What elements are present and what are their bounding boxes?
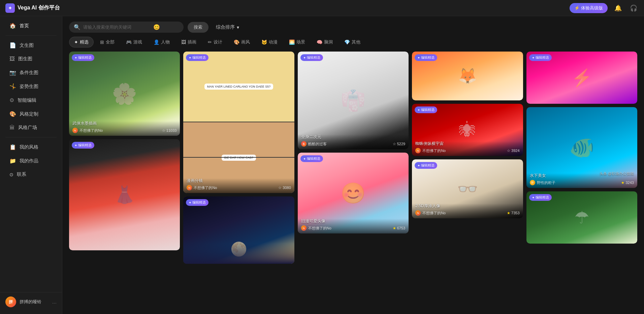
star-icon-oldmanga: ★ <box>393 226 396 230</box>
sidebar-item-cond2img[interactable]: 📷 条件生图 <box>3 66 59 79</box>
item-stars-comic: ☆ 3080 <box>278 186 291 190</box>
author-avatar-comic: N <box>187 185 192 190</box>
star-icon-spiderman: ☆ <box>507 149 510 153</box>
filter-tab-art-style[interactable]: 🎨 画风 <box>229 37 255 48</box>
sidebar-item-style-plaza[interactable]: 🏛 风格广场 <box>3 121 59 134</box>
sidebar-item-home-label: 首页 <box>20 23 29 29</box>
search-input[interactable] <box>83 25 151 30</box>
author-avatar-spiderman: N <box>415 148 421 153</box>
gallery-item-comic[interactable]: MAN YAER LINED CARLANO YON DAEE S5? BIE … <box>183 52 294 193</box>
gallery-item-fox[interactable]: 🦊 ✦ 编辑精选 <box>412 52 523 100</box>
brain-icon: 🧠 <box>317 39 322 45</box>
filter-tab-anime[interactable]: 🐱 动漫 <box>256 37 283 48</box>
sidebar-item-style-custom[interactable]: 🎨 风格定制 <box>3 107 59 121</box>
sidebar-item-my-works[interactable]: 📁 我的作品 <box>3 154 59 167</box>
editor-badge-icon-castle: ✦ <box>189 201 191 205</box>
emoji-icon: 😊 <box>153 24 160 30</box>
item-stars-25d: ★ 7353 <box>507 211 519 215</box>
gallery-item-wuxia[interactable]: 🌸 ✦ 编辑精选 N 不想佛了的No ☆ 11033 武侠水墨插画 <box>69 52 180 136</box>
sidebar-item-img2img-label: 图生图 <box>18 56 32 62</box>
editor-badge-spiderman: ✦ 编辑精选 <box>415 106 437 113</box>
sidebar-item-style-plaza-label: 风格广场 <box>18 125 37 131</box>
header: ✦ Vega AI 创作平台 ⚡ 体验高级版 🔔 🎧 <box>0 0 644 16</box>
author-avatar-wuxia: N <box>72 128 78 133</box>
item-author-comic: N 不想佛了的No <box>187 185 217 190</box>
notification-button[interactable]: 🔔 <box>613 3 623 13</box>
editor-badge-icon-pink-energy: ✦ <box>532 56 535 60</box>
item-author-underwater: 野 野性的柜子 <box>530 180 555 185</box>
art-style-icon: 🎨 <box>234 39 239 45</box>
sidebar-item-cond2img-label: 条件生图 <box>20 70 38 76</box>
filter-tab-design[interactable]: ✏ 设计 <box>203 37 227 48</box>
style-custom-icon: 🎨 <box>9 111 16 117</box>
item-author-25d: N 不想佛了的No <box>415 210 446 216</box>
filter-tabs: ✦ 精选 ⊞ 全部 🎮 游戏 👤 人物 🖼 插画 ✏ 设计 🎨 画风 🐱 <box>62 37 644 52</box>
search-icon: 🔍 <box>74 24 80 30</box>
user-more-button[interactable]: ... <box>52 299 57 305</box>
star-icon-underwater: ★ <box>621 181 624 185</box>
gallery-item-25d[interactable]: 👓 ✦ 编辑精选 N 不想佛了的No ★ 7353 2.5D厚涂人像 <box>412 159 523 218</box>
filter-tab-game[interactable]: 🎮 游戏 <box>121 37 147 48</box>
search-button[interactable]: 搜索 <box>188 22 208 33</box>
editor-badge-label: 编辑精选 <box>78 55 92 60</box>
star-icon-25d: ★ <box>507 211 510 215</box>
filter-tab-selected[interactable]: ✦ 精选 <box>69 37 94 48</box>
filter-tab-all[interactable]: ⊞ 全部 <box>95 37 120 48</box>
filter-tab-brain[interactable]: 🧠 脑洞 <box>312 37 338 48</box>
sidebar-item-img2img[interactable]: 🖼 图生图 <box>3 53 59 65</box>
filter-tab-design-label: 设计 <box>214 39 222 45</box>
editor-badge-label-fullbody: 编辑精选 <box>307 55 320 60</box>
filter-tab-other[interactable]: 💎 其他 <box>339 37 365 48</box>
user-name: 拼搏的哑铃 <box>20 299 49 305</box>
editor-badge-label-fox: 编辑精选 <box>421 55 434 60</box>
filter-tab-people[interactable]: 👤 人物 <box>149 37 175 48</box>
sidebar-item-home[interactable]: 🏠 首页 <box>3 19 59 32</box>
gallery-item-castle[interactable]: 🌕 ✦ 编辑精选 <box>183 196 294 264</box>
gallery-item-fullbody[interactable]: 👘 ✦ 编辑精选 客 酷酷的过客 ☆ 5229 全身二次元 <box>298 52 409 149</box>
sidebar-item-pose2img-label: 姿势生图 <box>20 84 38 90</box>
item-title-spiderman: 蜘蛛侠纵横宇宙 <box>415 141 519 147</box>
scene-icon: 🌅 <box>289 39 295 45</box>
filter-tab-scene-label: 场景 <box>296 39 305 45</box>
item-stars-spiderman: ☆ 3924 <box>507 149 519 153</box>
design-icon: ✏ <box>208 39 212 45</box>
editor-badge-oldmanga: ✦ 编辑精选 <box>300 155 323 162</box>
upgrade-icon: ⚡ <box>574 5 580 10</box>
item-title-comic: 漫画分镜 <box>187 178 291 184</box>
pose2img-icon: 🤸 <box>9 83 16 90</box>
gallery: 🌸 ✦ 编辑精选 N 不想佛了的No ☆ 11033 武侠水墨插画 � <box>62 52 644 271</box>
sidebar-item-smart-edit[interactable]: ⚙ 智能编辑 <box>3 94 59 107</box>
author-name-spiderman: 不想佛了的No <box>422 148 446 153</box>
upgrade-button[interactable]: ⚡ 体验高级版 <box>570 3 608 13</box>
editor-badge-25d: ✦ 编辑精选 <box>415 162 437 169</box>
sidebar-item-my-style[interactable]: 📋 我的风格 <box>3 140 59 154</box>
sidebar-item-contact[interactable]: ⊙ 联系 <box>3 168 59 181</box>
headset-button[interactable]: 🎧 <box>629 3 639 13</box>
gallery-item-fashion[interactable]: 👗 ✦ 编辑精选 <box>69 139 180 250</box>
filter-tab-scene[interactable]: 🌅 场景 <box>284 37 310 48</box>
star-icon-wuxia: ☆ <box>162 128 165 133</box>
editor-badge-label-25d: 编辑精选 <box>421 163 434 168</box>
gallery-item-pink-energy[interactable]: ⚡ ✦ 编辑精选 <box>526 52 637 104</box>
gallery-item-underwater[interactable]: 🐠 野 野性的柜子 ★ 3243 水下美女 头条 @职场办公技能 <box>526 107 637 188</box>
app-name: Vega AI 创作平台 <box>18 4 60 11</box>
author-name-fullbody: 酷酷的过客 <box>308 142 327 147</box>
item-title-wuxia: 武侠水墨插画 <box>72 121 176 126</box>
editor-badge-icon-fullbody: ✦ <box>303 56 306 60</box>
sidebar-item-text2img[interactable]: 📄 文生图 <box>3 39 59 52</box>
gallery-item-spiderman[interactable]: 🕷 ✦ 编辑精选 N 不想佛了的No ☆ 3924 蜘蛛侠纵横宇宙 <box>412 104 523 156</box>
filter-tab-illustration[interactable]: 🖼 插画 <box>176 37 201 48</box>
sort-button[interactable]: 综合排序 ▾ <box>213 22 243 32</box>
my-style-icon: 📋 <box>9 144 16 150</box>
sidebar-item-style-custom-label: 风格定制 <box>20 111 38 117</box>
search-input-wrap: 🔍 😊 <box>69 22 184 33</box>
filter-tab-game-label: 游戏 <box>133 39 142 45</box>
author-name-25d: 不想佛了的No <box>422 211 446 216</box>
filter-tab-other-label: 其他 <box>352 39 360 45</box>
sidebar-item-pose2img[interactable]: 🤸 姿势生图 <box>3 80 59 93</box>
gallery-item-umbrella[interactable]: ☂ ✦ 编辑精选 <box>526 191 637 244</box>
gallery-item-oldmanga[interactable]: 😊 ✦ 编辑精选 N 不想佛了的No ★ 6753 旧漫可爱头像 <box>298 153 409 233</box>
editor-badge-fashion: ✦ 编辑精选 <box>72 142 94 149</box>
editor-badge-icon-fox: ✦ <box>417 56 420 60</box>
sidebar-item-text2img-label: 文生图 <box>20 42 34 49</box>
